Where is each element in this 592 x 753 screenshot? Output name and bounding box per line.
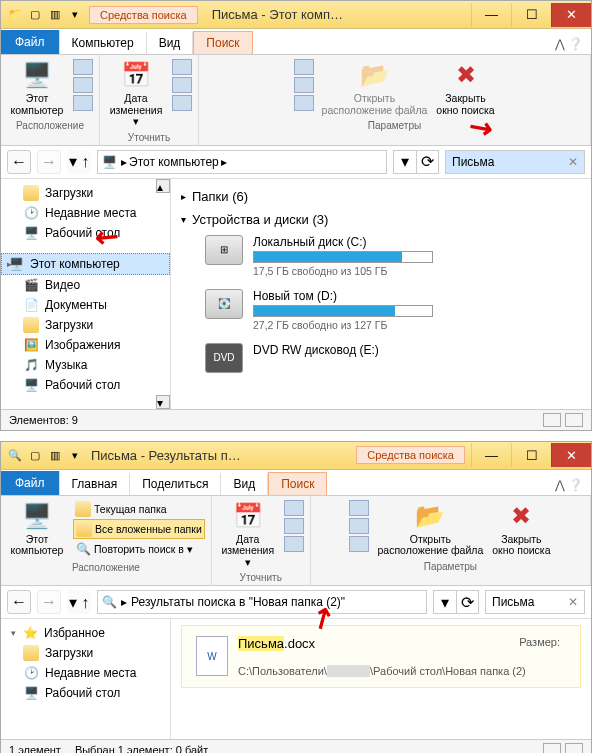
search-input[interactable]: Письма ✕: [445, 150, 585, 174]
desktop-icon: 🖥️: [23, 377, 39, 393]
drive-item[interactable]: ⊞ Локальный диск (C:) 17,5 ГБ свободно и…: [181, 231, 581, 285]
all-subfolders-button[interactable]: Все вложенные папки: [73, 519, 205, 539]
qat-icon[interactable]: ▢: [27, 7, 43, 23]
this-pc-button[interactable]: 🖥️ Этот компьютер: [7, 59, 67, 116]
tab-search[interactable]: Поиск: [268, 472, 327, 495]
sidebar-item[interactable]: 🎵Музыка: [1, 355, 170, 375]
this-pc-button[interactable]: 🖥️ Этот компьютер: [7, 500, 67, 557]
close-x-icon: ✖: [450, 59, 482, 91]
close-search-button[interactable]: ✖ Закрыть окно поиска: [491, 500, 551, 557]
folder-icon: [23, 185, 39, 201]
sidebar-item[interactable]: 🕑Недавние места: [1, 663, 170, 683]
search-again-button[interactable]: 🔍Повторить поиск в ▾: [73, 540, 205, 558]
context-tab-label: Средства поиска: [89, 6, 198, 24]
downloads-icon: [23, 645, 39, 661]
tab-home[interactable]: Главная: [60, 473, 131, 495]
folder-icon: [75, 501, 91, 517]
qat-dropdown-icon[interactable]: ▾: [67, 447, 83, 463]
forward-button[interactable]: →: [37, 150, 61, 174]
close-button[interactable]: ✕: [551, 3, 591, 27]
refine-small-buttons[interactable]: [284, 500, 304, 552]
minimize-button[interactable]: —: [471, 3, 511, 27]
capacity-bar: [253, 251, 433, 263]
folder-open-icon: 📂: [359, 59, 391, 91]
qat-icon[interactable]: ▢: [27, 447, 43, 463]
tab-view[interactable]: Вид: [147, 32, 194, 54]
refresh-button[interactable]: ⟳: [416, 151, 438, 173]
clear-search-icon[interactable]: ✕: [568, 595, 578, 609]
up-button[interactable]: ▾ ↑: [67, 150, 91, 174]
view-details-button[interactable]: [543, 413, 561, 427]
qat-icon[interactable]: ▥: [47, 7, 63, 23]
address-dropdown[interactable]: ▾: [394, 151, 416, 173]
titlebar[interactable]: 🔍 ▢ ▥ ▾ Письма - Результаты п… Средства …: [1, 442, 591, 470]
date-modified-button[interactable]: 📅 Дата изменения ▾: [218, 500, 278, 569]
tab-search[interactable]: Поиск: [193, 31, 252, 54]
close-search-button[interactable]: ✖ Закрыть окно поиска: [436, 59, 496, 116]
folders-section-header[interactable]: ▸Папки (6): [181, 185, 581, 208]
item-count: Элементов: 9: [9, 414, 78, 426]
close-button[interactable]: ✕: [551, 443, 591, 467]
back-button[interactable]: ←: [7, 150, 31, 174]
sidebar-item[interactable]: 📄Документы: [1, 295, 170, 315]
params-small-buttons[interactable]: [349, 500, 369, 552]
windows-drive-icon: ⊞: [205, 235, 243, 265]
scroll-down[interactable]: ▾: [156, 395, 170, 409]
address-input[interactable]: 🔍 ▸ Результаты поиска в "Новая папка (2)…: [97, 590, 427, 614]
docx-icon: W: [196, 636, 228, 676]
date-modified-button[interactable]: 📅 Дата изменения ▾: [106, 59, 166, 128]
open-location-button[interactable]: 📂 Открыть расположение файла: [375, 500, 485, 557]
ribbon-help[interactable]: ⋀ ❔: [547, 34, 591, 54]
refresh-button[interactable]: ⟳: [456, 591, 478, 613]
view-icons-button[interactable]: [565, 413, 583, 427]
current-folder-button[interactable]: Текущая папка: [73, 500, 205, 518]
back-button[interactable]: ←: [7, 590, 31, 614]
tab-file[interactable]: Файл: [1, 30, 60, 54]
expand-icon[interactable]: ▸: [7, 259, 12, 269]
maximize-button[interactable]: ☐: [511, 443, 551, 467]
clear-search-icon[interactable]: ✕: [568, 155, 578, 169]
address-input[interactable]: 🖥️ ▸ Этот компьютер ▸: [97, 150, 387, 174]
qat-icon[interactable]: ▥: [47, 447, 63, 463]
sidebar-favorites-header[interactable]: ▾⭐Избранное: [1, 623, 170, 643]
view-icons-button[interactable]: [565, 743, 583, 753]
search-input[interactable]: Письма ✕: [485, 590, 585, 614]
sidebar-item[interactable]: 🕑Недавние места: [1, 203, 170, 223]
tab-view[interactable]: Вид: [221, 473, 268, 495]
status-bar: 1 элемент Выбран 1 элемент: 0 байт: [1, 739, 591, 753]
qat-dropdown-icon[interactable]: ▾: [67, 7, 83, 23]
refine-small-buttons[interactable]: [172, 59, 192, 111]
sidebar-item[interactable]: Загрузки: [1, 183, 170, 203]
tab-computer[interactable]: Компьютер: [60, 32, 147, 54]
location-small-buttons[interactable]: [73, 59, 93, 111]
maximize-button[interactable]: ☐: [511, 3, 551, 27]
tab-share[interactable]: Поделиться: [130, 473, 221, 495]
view-details-button[interactable]: [543, 743, 561, 753]
minimize-button[interactable]: —: [471, 443, 511, 467]
window-title: Письма - Результаты п…: [83, 448, 350, 463]
drive-item[interactable]: DVD DVD RW дисковод (E:): [181, 339, 581, 381]
drive-item[interactable]: 💽 Новый том (D:) 27,2 ГБ свободно из 127…: [181, 285, 581, 339]
explorer-window-2: 🔍 ▢ ▥ ▾ Письма - Результаты п… Средства …: [0, 441, 592, 753]
folders-icon: [76, 521, 92, 537]
sidebar-item[interactable]: 🖥️Рабочий стол: [1, 375, 170, 395]
devices-section-header[interactable]: ▾Устройства и диски (3): [181, 208, 581, 231]
sidebar-item[interactable]: 🎬Видео: [1, 275, 170, 295]
sidebar-item[interactable]: 🖼️Изображения: [1, 335, 170, 355]
address-bar: ← → ▾ ↑ 🖥️ ▸ Этот компьютер ▸ ▾ ⟳ Письма…: [1, 146, 591, 179]
params-small-buttons[interactable]: [294, 59, 314, 111]
sidebar-item[interactable]: Загрузки: [1, 643, 170, 663]
scroll-up[interactable]: ▴: [156, 179, 170, 193]
context-tab-label: Средства поиска: [356, 446, 465, 464]
sidebar-item[interactable]: 🖥️Рабочий стол: [1, 683, 170, 703]
tab-file[interactable]: Файл: [1, 471, 60, 495]
up-button[interactable]: ▾ ↑: [67, 590, 91, 614]
sidebar-item-this-pc[interactable]: ▸🖥️Этот компьютер: [1, 253, 170, 275]
titlebar[interactable]: 📁 ▢ ▥ ▾ Средства поиска Письма - Этот ко…: [1, 1, 591, 29]
ribbon-help[interactable]: ⋀ ❔: [547, 475, 591, 495]
address-dropdown[interactable]: ▾: [434, 591, 456, 613]
sidebar-item[interactable]: 🖥️Рабочий стол: [1, 223, 170, 243]
forward-button[interactable]: →: [37, 590, 61, 614]
sidebar-item[interactable]: Загрузки: [1, 315, 170, 335]
search-result-item[interactable]: W Письма.docx C:\Пользователи\ \Рабочий …: [181, 625, 581, 688]
